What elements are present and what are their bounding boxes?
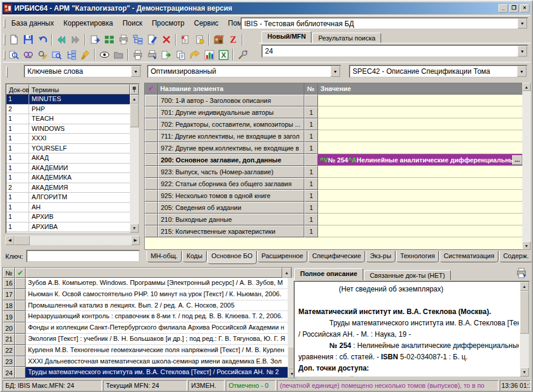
irbis-logo-icon[interactable]: ИРБИС bbox=[211, 33, 226, 46]
column-header-count[interactable]: Док-ов bbox=[7, 84, 29, 95]
results-check-header[interactable]: ✔ bbox=[15, 268, 26, 278]
field-row[interactable]: 972: Другие врем.коллективы, не входящие… bbox=[145, 142, 524, 154]
copy-record-icon[interactable] bbox=[173, 48, 188, 61]
column-header-num[interactable]: № bbox=[304, 83, 318, 95]
minimize-button[interactable]: _ bbox=[498, 4, 508, 12]
chevron-down-icon[interactable]: ▼ bbox=[518, 46, 527, 57]
dictionary-row[interactable]: 1АН bbox=[7, 203, 130, 213]
scroll-right-icon[interactable]: ▶ bbox=[131, 236, 140, 245]
menu-search[interactable]: Поиск bbox=[118, 17, 147, 29]
database-combobox[interactable]: IBIS - Тестовая библиотечная БД ▼ bbox=[241, 17, 528, 30]
dictionary-row[interactable]: 1MINUTES bbox=[7, 95, 130, 105]
search-scan-icon[interactable] bbox=[21, 48, 35, 61]
dictionary-row[interactable]: 1АКАДЕМИКА bbox=[7, 173, 130, 183]
field-row[interactable]: 701: Другие индивидуальные авторы1 bbox=[145, 106, 524, 118]
clear-form-icon[interactable] bbox=[78, 48, 92, 61]
field-row[interactable]: 925: Несколько томов в одной книге1 bbox=[145, 190, 524, 202]
expand-field-button[interactable]: ... bbox=[512, 155, 522, 165]
search-mode-combobox[interactable]: Оптимизированный ▼ bbox=[147, 65, 341, 78]
pin-icon[interactable] bbox=[130, 84, 139, 95]
chevron-down-icon[interactable]: ▼ bbox=[331, 66, 340, 77]
check-column-header[interactable]: ✔ bbox=[145, 83, 158, 95]
mfn-combobox[interactable]: 24 ▼ bbox=[261, 45, 528, 58]
field-row[interactable]: 700: 1-й автор - Заголовок описания bbox=[145, 95, 524, 106]
statistics-icon[interactable] bbox=[202, 48, 216, 61]
menu-grip[interactable] bbox=[4, 18, 5, 29]
column-header-value[interactable]: Значение bbox=[318, 83, 524, 95]
tab-search-results[interactable]: Результаты поиска bbox=[312, 33, 381, 43]
field-row[interactable]: 922: Статьи сборника без общего заглавия… bbox=[145, 178, 524, 190]
field-200-value[interactable]: ^V№ 254^AНелинейные аналитические диффер… bbox=[318, 154, 524, 166]
search-refine-icon[interactable] bbox=[35, 48, 49, 61]
result-row[interactable]: 16Зубов А.В. Компьютер. Windows. Програм… bbox=[3, 278, 288, 289]
result-row-selected[interactable]: 24Труды математического института им. В.… bbox=[3, 367, 288, 378]
dictionary-row[interactable]: 1АРХИВ bbox=[7, 212, 130, 222]
field-row[interactable]: 711: Другие коллективы, не входящие в за… bbox=[145, 130, 524, 142]
dictionary-row[interactable]: 1АКАДЕМИИ bbox=[7, 164, 130, 174]
scroll-up-icon[interactable]: ▲ bbox=[520, 282, 529, 291]
print-icon[interactable] bbox=[130, 48, 145, 61]
dictionary-row[interactable]: 1XXXI bbox=[7, 134, 130, 144]
tab-main-bo[interactable]: Основное БО bbox=[207, 251, 257, 264]
dictionary-type-combobox[interactable]: Ключевые слова ▼ bbox=[24, 65, 142, 78]
toolbar-grip[interactable] bbox=[4, 34, 5, 45]
dictionary-row[interactable]: 1YOURSELF bbox=[7, 144, 130, 154]
result-row[interactable]: 21Экология [Текст] : учебник / В. Н. Бол… bbox=[3, 334, 288, 345]
scroll-up-icon[interactable]: ▲ bbox=[130, 95, 139, 104]
scroll-up-icon[interactable]: ▲ bbox=[282, 268, 291, 278]
save-record-icon[interactable] bbox=[21, 33, 35, 46]
menu-edit[interactable]: Корректировка bbox=[58, 17, 117, 29]
results-num-header[interactable]: № bbox=[3, 268, 15, 278]
close-button[interactable]: × bbox=[520, 4, 529, 12]
scroll-down-icon[interactable]: ▼ bbox=[520, 368, 529, 377]
scroll-thumb[interactable] bbox=[520, 291, 529, 334]
menu-database[interactable]: База данных bbox=[7, 17, 58, 29]
field-row[interactable]: 210: Выходные данные1 bbox=[145, 214, 524, 225]
tab-extended[interactable]: Расширенное bbox=[257, 251, 307, 262]
menu-service[interactable]: Сервис bbox=[189, 17, 223, 29]
result-row[interactable]: 18Промышленный катализ в лекциях. Вып. 2… bbox=[3, 300, 288, 312]
tab-linked-docs[interactable]: Связанные док-ты (НЕТ) bbox=[364, 270, 451, 280]
excel-export-icon[interactable]: X bbox=[216, 48, 230, 61]
tab-mn-common[interactable]: МН-общ. bbox=[147, 251, 182, 262]
fields-vscrollbar[interactable]: ▲ ▼ bbox=[522, 83, 531, 250]
print-description-icon[interactable] bbox=[516, 268, 527, 280]
column-header-term[interactable]: Термины bbox=[29, 84, 130, 95]
view-record-icon[interactable] bbox=[88, 33, 102, 46]
tab-systematization[interactable]: Систематизация bbox=[440, 251, 498, 262]
record-status-icon[interactable] bbox=[178, 33, 192, 46]
search-window-icon[interactable] bbox=[49, 48, 64, 61]
column-header-name[interactable]: Название элемента bbox=[158, 83, 304, 95]
scroll-up-icon[interactable]: ▲ bbox=[522, 83, 531, 91]
toolbar-grip[interactable] bbox=[6, 67, 8, 77]
chevron-down-icon[interactable]: ▼ bbox=[518, 18, 527, 29]
send-icon[interactable] bbox=[188, 48, 202, 61]
open-database-icon[interactable] bbox=[111, 48, 126, 61]
tab-contents[interactable]: Содерж. bbox=[499, 251, 533, 262]
toolbar-grip[interactable] bbox=[4, 50, 5, 60]
result-row[interactable]: 17Ньюман К. Освой самостоятельно PHP. 10… bbox=[3, 289, 288, 300]
chevron-down-icon[interactable]: ▼ bbox=[517, 66, 526, 77]
dictionary-row[interactable]: 1WINDOWS bbox=[7, 124, 130, 134]
tile-windows-icon[interactable] bbox=[102, 33, 116, 46]
print-record-icon[interactable] bbox=[116, 33, 130, 46]
dictionary-row[interactable]: 1АРХИВА bbox=[7, 222, 130, 233]
key-input[interactable] bbox=[26, 250, 140, 262]
new-record-icon[interactable] bbox=[7, 33, 21, 46]
scroll-left-icon[interactable]: ◀ bbox=[5, 236, 14, 245]
scroll-thumb[interactable] bbox=[14, 236, 30, 245]
maximize-button[interactable]: ❐ bbox=[509, 4, 519, 12]
undo-icon[interactable] bbox=[35, 33, 49, 46]
tab-new-mfn[interactable]: Новый/MFN bbox=[261, 31, 311, 43]
result-row[interactable]: 19Неразрушающий контроль : справочник в … bbox=[3, 311, 288, 322]
search-tree-icon[interactable] bbox=[64, 48, 78, 61]
dictionary-vscrollbar[interactable]: ▲ ▼ bbox=[130, 95, 139, 233]
description-vscrollbar[interactable]: ▲ ▼ bbox=[520, 282, 529, 377]
tab-full-description[interactable]: Полное описание bbox=[294, 268, 363, 280]
search-dictionary-icon[interactable] bbox=[7, 48, 21, 61]
worksheet-combobox[interactable]: SPEC42 - Описание Спецификации Тома ▼ bbox=[349, 65, 528, 78]
prev-record-icon[interactable] bbox=[54, 33, 68, 46]
print-setup-icon[interactable] bbox=[145, 48, 159, 61]
tab-specific[interactable]: Специфические bbox=[308, 251, 365, 262]
field-row[interactable]: 205: Сведения об издании1 bbox=[145, 202, 524, 214]
